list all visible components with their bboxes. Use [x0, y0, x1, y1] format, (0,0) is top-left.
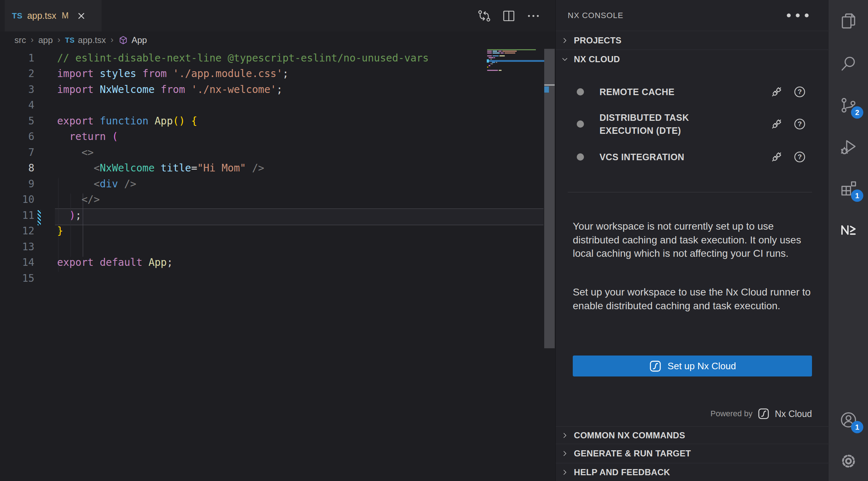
nx-activity-item[interactable]: [839, 220, 858, 240]
overview-modified-marker: [544, 86, 549, 93]
chevron-right-icon: ›: [111, 35, 113, 45]
minimap-line: [504, 52, 515, 54]
panel-title: NX CONSOLE: [568, 11, 623, 20]
close-tab-icon[interactable]: [76, 10, 87, 21]
code-line-15[interactable]: 15: [0, 270, 542, 286]
tab-label: app.tsx: [27, 10, 56, 21]
panel-more-actions-icon[interactable]: [782, 0, 813, 31]
connect-plug-icon[interactable]: [770, 150, 783, 164]
code-text: // eslint-disable-next-line @typescript-…: [57, 52, 429, 64]
panel-header: NX CONSOLE: [556, 0, 828, 31]
code-text: return (: [57, 131, 118, 142]
overview-cursor-marker: [544, 84, 555, 86]
badge: 1: [851, 421, 863, 433]
line-number: 15: [0, 272, 34, 284]
editor-region: TS app.tsx M src › app › TS app.tsx › Ap…: [0, 0, 555, 481]
minimap-line: [502, 51, 517, 52]
code-text: );: [57, 209, 81, 221]
code-line-7[interactable]: 7 <>: [0, 144, 542, 160]
more-actions-icon[interactable]: [526, 8, 541, 24]
code-line-9[interactable]: 9 <div />: [0, 176, 542, 192]
code-line-10[interactable]: 10 </>: [0, 192, 542, 208]
nx-cloud-item[interactable]: DISTRIBUTED TASK EXECUTION (DTE)?: [556, 107, 828, 141]
code-line-2[interactable]: 2import styles from './app.module.css';: [0, 66, 542, 82]
section-projects[interactable]: PROJECTS: [556, 31, 828, 50]
files-activity-item[interactable]: [839, 11, 858, 31]
minimap-line: [487, 51, 492, 52]
code-text: export function App() {: [57, 115, 197, 127]
breadcrumb-symbol-app[interactable]: App: [118, 35, 147, 45]
breadcrumb-file[interactable]: TS app.tsx: [65, 35, 106, 45]
item-label: REMOTE CACHE: [600, 85, 675, 98]
svg-text:?: ?: [798, 88, 802, 95]
minimap-line: [487, 52, 492, 54]
help-question-icon[interactable]: ?: [793, 85, 807, 99]
code-line-4[interactable]: 4: [0, 97, 542, 113]
code-text: <>: [57, 146, 94, 158]
code-line-5[interactable]: 5export function App() {: [0, 113, 542, 129]
minimap-line: [499, 70, 502, 71]
code-line-6[interactable]: 6 return (: [0, 129, 542, 145]
minimap-line: [487, 49, 536, 50]
breadcrumb-app[interactable]: app: [38, 35, 53, 45]
nx-console-panel: NX CONSOLE PROJECTS NX CLOUD REMOTE CACH…: [555, 0, 828, 481]
minimap-line: [500, 52, 504, 54]
tab-bar: TS app.tsx M: [0, 0, 555, 31]
search-activity-item[interactable]: [839, 54, 858, 73]
code-editor[interactable]: 1// eslint-disable-next-line @typescript…: [0, 49, 555, 481]
connect-plug-icon[interactable]: [770, 85, 783, 99]
status-dot-icon: [577, 88, 584, 95]
chevron-right-icon: [561, 450, 569, 457]
setup-nx-cloud-button[interactable]: Set up Nx Cloud: [573, 356, 812, 376]
debug-activity-item[interactable]: [839, 137, 858, 157]
minimap-current-line: [487, 60, 544, 62]
account-activity-item[interactable]: 1: [839, 410, 858, 430]
nx-cloud-item[interactable]: REMOTE CACHE?: [556, 82, 828, 102]
nx-cloud-brand-label[interactable]: Nx Cloud: [775, 409, 812, 419]
help-question-icon[interactable]: ?: [793, 150, 807, 164]
code-line-8[interactable]: 8 <NxWelcome title="Hi Mom" />: [0, 160, 542, 176]
code-line-11[interactable]: 11 );: [0, 207, 542, 223]
code-line-12[interactable]: 12}: [0, 223, 542, 239]
line-number: 8: [0, 162, 34, 174]
nx-cloud-item[interactable]: VCS INTEGRATION?: [556, 147, 828, 167]
nx-cloud-icon: [649, 359, 662, 373]
code-line-3[interactable]: 3import NxWelcome from './nx-welcome';: [0, 81, 542, 97]
line-number: 13: [0, 241, 34, 253]
section-nx-cloud[interactable]: NX CLOUD: [556, 50, 828, 69]
minimap-line: [493, 51, 497, 52]
open-changes-icon[interactable]: [477, 8, 492, 24]
settings-gear-activity-item[interactable]: [839, 451, 858, 471]
source-control-activity-item[interactable]: 2: [839, 95, 858, 115]
line-number: 6: [0, 131, 34, 142]
minimap[interactable]: [487, 49, 544, 82]
scrollbar[interactable]: [544, 49, 555, 348]
powered-by-row: Powered by Nx Cloud: [710, 406, 812, 422]
divider: [568, 192, 812, 192]
tab-app-tsx[interactable]: TS app.tsx M: [5, 0, 102, 31]
activity-bar: 211: [828, 0, 868, 481]
code-line-1[interactable]: 1// eslint-disable-next-line @typescript…: [0, 50, 542, 66]
section-common-nx-commands[interactable]: COMMON NX COMMANDS: [556, 426, 828, 444]
minimap-line: [493, 55, 499, 56]
line-number: 14: [0, 256, 34, 268]
help-question-icon[interactable]: ?: [793, 117, 807, 131]
minimap-line: [487, 70, 498, 71]
symbol-cube-icon: [118, 35, 128, 45]
minimap-line: [489, 57, 494, 58]
code-text: <div />: [57, 178, 136, 190]
minimap-line: [487, 67, 488, 68]
code-text: }: [57, 225, 63, 237]
code-line-14[interactable]: 14export default App;: [0, 255, 542, 271]
minimap-line: [487, 55, 492, 56]
connect-plug-icon[interactable]: [770, 117, 783, 131]
section-generate-run-target[interactable]: GENERATE & RUN TARGET: [556, 444, 828, 463]
split-editor-icon[interactable]: [501, 8, 516, 24]
line-number: 10: [0, 193, 34, 205]
extensions-activity-item[interactable]: 1: [839, 179, 858, 198]
code-line-13[interactable]: 13: [0, 239, 542, 255]
section-help-and-feedback[interactable]: HELP AND FEEDBACK: [556, 463, 828, 481]
line-number: 9: [0, 178, 34, 190]
breadcrumb-src[interactable]: src: [14, 35, 26, 45]
badge: 1: [851, 190, 863, 202]
